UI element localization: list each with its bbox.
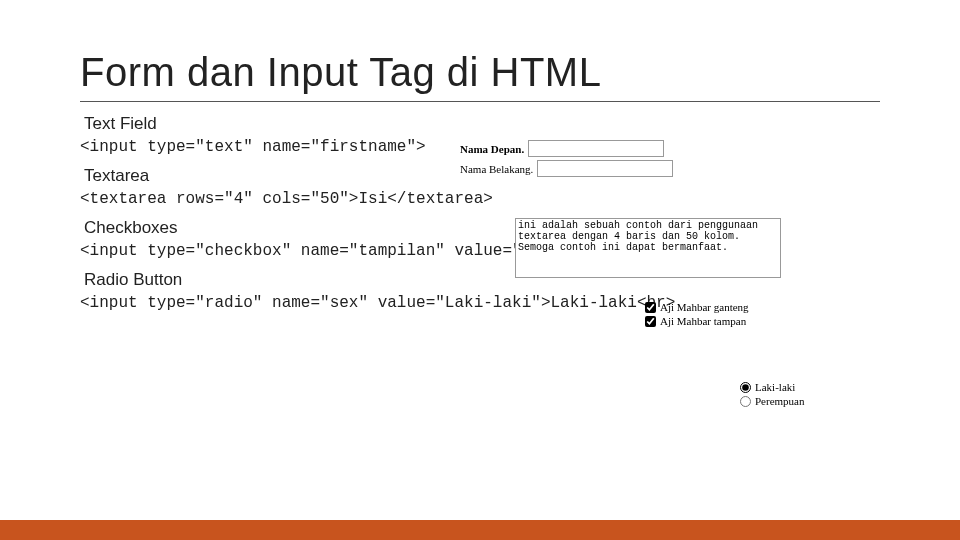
example-radio: Laki-laki Perempuan (740, 380, 804, 408)
label-lastname: Nama Belakang. (460, 163, 533, 175)
input-lastname[interactable] (537, 160, 673, 177)
label-firstname: Nama Depan. (460, 143, 524, 155)
radio-perempuan[interactable] (740, 396, 751, 407)
radio-row-1: Laki-laki (740, 380, 804, 394)
checkbox-row-2: Aji Mahbar tampan (645, 314, 749, 328)
slide: Form dan Input Tag di HTML Text Field <i… (0, 0, 960, 540)
code-radio: <input type="radio" name="sex" value="La… (80, 294, 880, 312)
checkbox-ganteng[interactable] (645, 302, 656, 313)
checkbox-label-2: Aji Mahbar tampan (660, 314, 746, 328)
radio-row-2: Perempuan (740, 394, 804, 408)
checkbox-tampan[interactable] (645, 316, 656, 327)
example-row-firstname: Nama Depan. (460, 140, 673, 157)
input-firstname[interactable] (528, 140, 664, 157)
accent-bar (0, 520, 960, 540)
radio-label-1: Laki-laki (755, 380, 795, 394)
example-row-lastname: Nama Belakang. (460, 160, 673, 177)
textarea-example[interactable]: ini adalah sebuah contoh dari penggunaan… (515, 218, 781, 278)
example-text-field: Nama Depan. Nama Belakang. (460, 140, 673, 180)
radio-label-2: Perempuan (755, 394, 804, 408)
example-textarea: ini adalah sebuah contoh dari penggunaan… (515, 218, 781, 280)
example-checkboxes: Aji Mahbar ganteng Aji Mahbar tampan (645, 300, 749, 328)
checkbox-label-1: Aji Mahbar ganteng (660, 300, 749, 314)
heading-text-field: Text Field (84, 114, 880, 134)
checkbox-row-1: Aji Mahbar ganteng (645, 300, 749, 314)
radio-laki[interactable] (740, 382, 751, 393)
code-textarea: <textarea rows="4" cols="50">Isi</textar… (80, 190, 880, 208)
page-title: Form dan Input Tag di HTML (80, 50, 880, 102)
